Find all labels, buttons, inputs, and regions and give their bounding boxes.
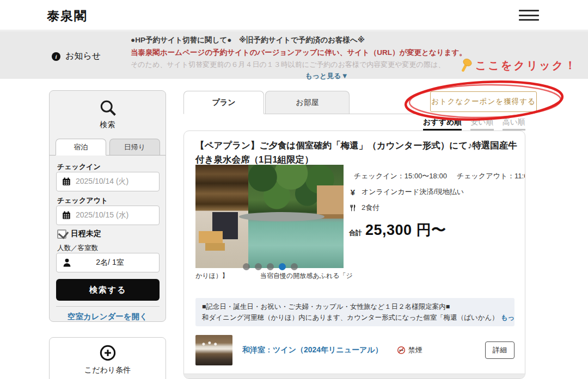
notice-label: i お知らせ: [52, 51, 101, 62]
notice-line1: ●HP予約サイト切替に関して● ※旧予約サイトで予約済のお客様へ※: [131, 34, 523, 46]
availability-calendar-link[interactable]: 空室カレンダーを開く: [50, 312, 166, 322]
no-smoking-icon: [397, 346, 406, 355]
carousel-dot-active[interactable]: [279, 263, 286, 270]
tab-stay-overnight[interactable]: 宿泊: [56, 139, 106, 156]
filter-panel[interactable]: こだわり条件: [49, 337, 166, 379]
notice-label-text: お知らせ: [65, 51, 101, 62]
calendar-icon: [62, 177, 71, 187]
meals-row: 2食付: [349, 203, 523, 213]
plan-checkout: チェックアウト：11:00: [457, 171, 525, 181]
carousel-dot[interactable]: [267, 263, 274, 270]
plan-description: ■記念日・誕生日・お祝い・ご夫婦・カップル・女性旅など１日２名様限定案内■ 和ダ…: [195, 298, 514, 326]
coupon-button[interactable]: おトクなクーポンを獲得する: [430, 91, 537, 112]
carousel-dot[interactable]: [243, 263, 250, 270]
guests-value: 2名/ 1室: [72, 258, 148, 268]
tab-plans[interactable]: プラン: [183, 91, 264, 114]
plan-meals: 2食付: [362, 203, 379, 213]
meals-icon: [349, 204, 357, 212]
click-here-text: ここをクリック！: [475, 58, 577, 73]
plan-payment: オンラインカード決済/現地払い: [362, 187, 464, 197]
plan-description-line2: 和ダイニング河里穂（かりほ）内にあります、カウンター形式になった個室「梅還（ばい…: [202, 314, 499, 321]
carousel-dots: [243, 263, 298, 270]
plan-card: 【ペアプラン】ご夕食は個室確約「梅還」（カウンター形式）にて♪特選国産牛付き泉水…: [183, 131, 525, 379]
info-icon: i: [52, 52, 60, 61]
sort-recommended[interactable]: おすすめ順: [423, 117, 462, 131]
hamburger-menu-icon[interactable]: [519, 10, 539, 21]
tab-rooms[interactable]: お部屋: [265, 91, 350, 114]
site-logo[interactable]: 泰泉閣: [47, 8, 88, 24]
sort-options: おすすめ順 安い順 高い順: [423, 117, 525, 131]
plan-description-line2-wrap: 和ダイニング河里穂（かりほ）内にあります、カウンター形式になった個室「梅還（ばい…: [202, 312, 508, 323]
undated-label: 日程未定: [71, 229, 101, 239]
checkin-value: 2025/10/14 (火): [76, 177, 128, 187]
sidebar-divider: [56, 306, 160, 307]
header: 泰泉閣: [0, 0, 588, 30]
checkin-checkout-row: チェックイン：15:00〜18:00 チェックアウト：11:00: [349, 171, 523, 181]
search-panel-head: 検索: [50, 98, 166, 130]
photo-caption-left: かりほ）】: [195, 271, 229, 281]
payment-row: ¥ オンラインカード決済/現地払い: [349, 187, 523, 197]
plan-price: 25,300 円〜: [365, 220, 446, 240]
room-photo-thumbnail[interactable]: [195, 335, 232, 365]
card-bottom-strip: [184, 374, 525, 378]
plan-details: チェックイン：15:00〜18:00 チェックアウト：11:00 ¥ オンライン…: [349, 171, 523, 240]
plan-checkin: チェックイン：15:00〜18:00: [354, 171, 447, 181]
sort-price-high[interactable]: 高い順: [503, 117, 525, 131]
guests-label: 人数／客室数: [57, 244, 98, 253]
plan-photo-carousel[interactable]: [195, 165, 344, 268]
person-icon: [62, 258, 72, 268]
jungle-bath-photo[interactable]: [248, 165, 344, 268]
checkin-label: チェックイン: [57, 162, 101, 172]
plus-circle-icon: [99, 344, 117, 362]
search-panel-title: 検索: [50, 120, 166, 130]
checkout-input[interactable]: 2025/10/15 (水): [56, 206, 160, 225]
sort-price-low[interactable]: 安い順: [470, 117, 493, 131]
notice-body: ●HP予約サイト切替に関して● ※旧予約サイトで予約済のお客様へ※ 当泰泉閣ホー…: [131, 34, 523, 81]
room-detail-button[interactable]: 詳細: [485, 341, 514, 359]
guests-input[interactable]: 2名/ 1室: [56, 253, 160, 272]
undated-checkbox[interactable]: [57, 229, 66, 239]
carousel-dot[interactable]: [291, 263, 298, 270]
room-row: 和洋室：ツイン（2024年リニューアル） 禁煙 詳細: [195, 333, 514, 367]
yen-icon: ¥: [349, 188, 357, 197]
photo-caption-right: 当宿自慢の開放感あふれる「ジ: [260, 271, 353, 281]
notice-line2: 当泰泉閣ホームページの予約サイトのバージョンアップに伴い、サイト（URL）が変更…: [131, 46, 523, 59]
filter-panel-label: こだわり条件: [50, 365, 166, 375]
pointing-hand-icon: [458, 58, 473, 73]
calendar-icon: [62, 210, 71, 220]
total-label: 合計: [349, 228, 362, 238]
click-here-annotation: ここをクリック！: [458, 58, 577, 73]
carousel-dot[interactable]: [255, 263, 262, 270]
checkout-label: チェックアウト: [57, 196, 108, 206]
plan-title[interactable]: 【ペアプラン】ご夕食は個室確約「梅還」（カウンター形式）にて♪特選国産牛付き泉水…: [195, 138, 522, 166]
checkin-input[interactable]: 2025/10/14 (火): [56, 172, 160, 191]
search-button[interactable]: 検索する: [56, 279, 160, 301]
no-smoking-label: 禁煙: [408, 345, 422, 355]
plan-more-link[interactable]: もっと見る: [501, 314, 514, 321]
undated-checkbox-row[interactable]: 日程未定: [57, 229, 101, 239]
tab-day-trip[interactable]: 日帰り: [109, 139, 160, 155]
booking-page: 泰泉閣 i お知らせ ●HP予約サイト切替に関して● ※旧予約サイトで予約済のお…: [0, 0, 588, 379]
search-icon: [98, 98, 118, 117]
checkout-value: 2025/10/15 (水): [76, 210, 128, 220]
plan-description-line1: ■記念日・誕生日・お祝い・ご夫婦・カップル・女性旅など１日２名様限定案内■: [202, 301, 508, 312]
no-smoking-badge: 禁煙: [397, 345, 422, 355]
price-row: 合計 25,300 円〜: [349, 220, 523, 240]
search-panel: 検索 宿泊 日帰り チェックイン 2025/10/14 (火) チェックアウト …: [49, 90, 166, 322]
room-name-link[interactable]: 和洋室：ツイン（2024年リニューアル）: [242, 345, 383, 355]
